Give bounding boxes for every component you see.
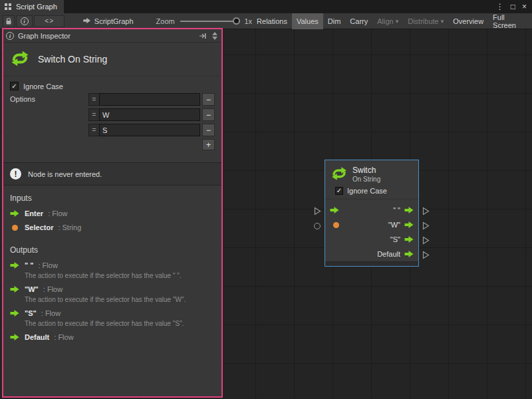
switch-on-string-node[interactable]: Switch On String ✓ Ignore Case " " "W" "… bbox=[325, 160, 419, 267]
external-output-stub[interactable] bbox=[422, 207, 430, 215]
ignore-case-checkbox[interactable]: ✓ bbox=[10, 82, 19, 90]
chevron-down-icon: ▾ bbox=[396, 18, 399, 25]
output-port-row[interactable]: Default bbox=[377, 250, 414, 258]
option-value-input[interactable] bbox=[99, 124, 200, 136]
scroll-up-icon[interactable] bbox=[212, 32, 217, 35]
flow-port-icon bbox=[10, 309, 20, 317]
port-name: " " bbox=[25, 261, 34, 269]
drag-handle-icon[interactable]: = bbox=[88, 108, 99, 121]
port-description: The action to execute if the selector ha… bbox=[25, 296, 215, 303]
node-ports: " " "W" "S" Default bbox=[325, 199, 418, 261]
options-label: Options bbox=[10, 93, 88, 150]
zoom-slider[interactable] bbox=[180, 17, 241, 26]
chevron-down-icon: ▾ bbox=[441, 18, 444, 25]
dim-button[interactable]: Dim bbox=[323, 13, 346, 29]
output-port-row[interactable]: "W" bbox=[388, 221, 414, 229]
flow-port-icon bbox=[10, 209, 20, 217]
node-title: Switch bbox=[352, 166, 380, 175]
drag-handle-icon[interactable]: = bbox=[88, 124, 99, 136]
external-output-stub[interactable] bbox=[422, 221, 430, 230]
scroll-down-icon[interactable] bbox=[212, 37, 217, 40]
output-port-label: "W" bbox=[388, 221, 400, 229]
flow-port-icon bbox=[10, 261, 20, 269]
inspector-toggle-button[interactable]: i bbox=[16, 15, 33, 27]
window-controls: ⋮ □ × bbox=[496, 0, 532, 13]
port-description: The action to execute if the selector ha… bbox=[25, 272, 215, 279]
warning-message: Node is never entered. bbox=[28, 170, 102, 178]
remove-option-button[interactable]: − bbox=[202, 93, 215, 106]
code-preview-button[interactable]: <> bbox=[34, 15, 64, 27]
option-row: = − bbox=[88, 124, 215, 136]
relations-button[interactable]: Relations bbox=[252, 13, 292, 29]
switch-icon bbox=[331, 165, 348, 184]
lock-icon bbox=[5, 17, 13, 25]
toolbar-buttons: Relations Values Dim Carry Align ▾ Distr… bbox=[252, 13, 531, 29]
port-name: Enter bbox=[25, 209, 43, 217]
maximize-icon[interactable]: □ bbox=[511, 2, 515, 11]
option-value-input[interactable] bbox=[99, 93, 200, 106]
overview-button[interactable]: Overview bbox=[448, 13, 488, 29]
port-name: Selector bbox=[25, 223, 53, 231]
port-name: Default bbox=[25, 333, 49, 341]
external-output-stub[interactable] bbox=[422, 251, 430, 259]
port-type: : String bbox=[58, 223, 81, 231]
zoom-slider-knob[interactable] bbox=[233, 17, 240, 25]
inspector-controls: ✓ Ignore Case Options = − = − bbox=[3, 76, 221, 157]
output-port-label: " " bbox=[393, 206, 400, 214]
switch-icon bbox=[10, 49, 30, 70]
drag-handle-icon[interactable]: = bbox=[88, 93, 99, 106]
inputs-section: Inputs Enter : Flow Selector : String bbox=[3, 186, 221, 237]
kebab-menu-icon[interactable]: ⋮ bbox=[496, 2, 504, 11]
close-icon[interactable]: × bbox=[522, 2, 527, 11]
script-graph-tab-icon bbox=[4, 3, 12, 11]
selector-value-port[interactable] bbox=[333, 222, 339, 228]
align-label: Align bbox=[377, 17, 393, 25]
scrollbar-arrows bbox=[211, 32, 219, 40]
carry-button[interactable]: Carry bbox=[345, 13, 372, 29]
port-type: : Flow bbox=[41, 309, 61, 317]
external-input-value-stub[interactable] bbox=[314, 223, 321, 229]
output-port-row: " " : Flow bbox=[10, 261, 215, 269]
option-row: = − bbox=[88, 93, 215, 106]
graph-name-label: ScriptGraph bbox=[94, 17, 134, 25]
fullscreen-button[interactable]: Full Screen bbox=[488, 13, 531, 29]
options-list: = − = − = − + bbox=[88, 93, 215, 150]
node-ignore-case-label: Ignore Case bbox=[347, 187, 387, 195]
output-port-label: "S" bbox=[390, 235, 400, 243]
node-subtitle: On String bbox=[352, 176, 380, 183]
output-port-row: Default : Flow bbox=[10, 333, 215, 341]
flow-port-icon bbox=[404, 221, 414, 229]
outputs-section: Outputs " " : Flow The action to execute… bbox=[3, 237, 221, 347]
inspector-node-title: Switch On String bbox=[38, 54, 107, 65]
remove-option-button[interactable]: − bbox=[202, 124, 215, 136]
enter-flow-port[interactable] bbox=[330, 206, 340, 214]
option-value-input[interactable] bbox=[99, 108, 200, 121]
output-port-label: Default bbox=[377, 250, 400, 258]
output-port-row[interactable]: " " bbox=[393, 206, 414, 214]
output-port-row[interactable]: "S" bbox=[390, 235, 414, 243]
port-name: "S" bbox=[25, 309, 37, 317]
graph-icon bbox=[83, 17, 91, 25]
align-button[interactable]: Align ▾ bbox=[372, 13, 403, 29]
inspector-title-row: Switch On String bbox=[3, 43, 221, 76]
tab-script-graph[interactable]: Script Graph bbox=[0, 0, 64, 13]
lock-button[interactable] bbox=[3, 15, 15, 27]
tab-title: Script Graph bbox=[16, 3, 57, 11]
option-row: = − bbox=[88, 108, 215, 121]
dock-inspector-icon[interactable] bbox=[199, 33, 207, 39]
info-icon: i bbox=[6, 32, 14, 40]
node-ignore-case-checkbox[interactable]: ✓ bbox=[335, 187, 343, 195]
port-type: : Flow bbox=[48, 209, 67, 217]
values-button[interactable]: Values bbox=[292, 13, 323, 29]
external-input-flow-stub[interactable] bbox=[314, 207, 321, 215]
ignore-case-row: ✓ Ignore Case bbox=[10, 82, 215, 90]
external-output-stub[interactable] bbox=[422, 236, 430, 245]
add-option-button[interactable]: + bbox=[202, 139, 215, 150]
flow-port-icon bbox=[10, 333, 20, 341]
port-type: : Flow bbox=[39, 261, 58, 269]
remove-option-button[interactable]: − bbox=[202, 108, 215, 121]
distribute-button[interactable]: Distribute ▾ bbox=[403, 13, 448, 29]
code-icon: <> bbox=[45, 17, 54, 25]
node-ignore-case-row: ✓ Ignore Case bbox=[325, 185, 418, 199]
graph-breadcrumb[interactable]: ScriptGraph bbox=[83, 17, 134, 25]
